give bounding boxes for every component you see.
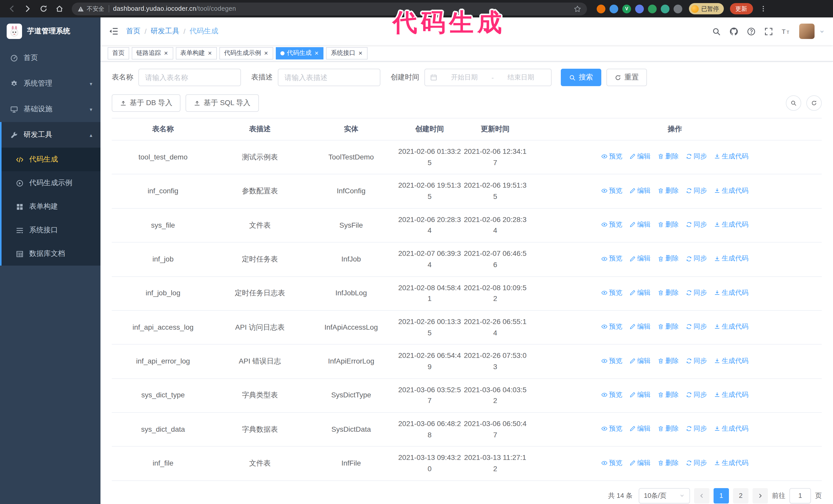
sidebar-item-home[interactable]: 首页	[0, 45, 100, 71]
sync-action-link[interactable]: 同步	[686, 458, 707, 468]
font-size-icon[interactable]: TT	[782, 27, 790, 35]
sync-action-link[interactable]: 同步	[686, 424, 707, 434]
tab-codegen-example[interactable]: 代码生成示例×	[219, 47, 273, 59]
generate-action-link[interactable]: 生成代码	[714, 254, 748, 264]
toggle-search-button[interactable]	[786, 95, 801, 111]
sync-action-link[interactable]: 同步	[686, 390, 707, 400]
browser-menu-icon[interactable]	[757, 3, 769, 15]
sidebar-toggle-icon[interactable]	[109, 27, 118, 35]
close-icon[interactable]: ×	[207, 50, 212, 56]
breadcrumb-home[interactable]: 首页	[126, 27, 140, 36]
sidebar-item-infrastructure[interactable]: 基础设施▾	[0, 96, 100, 122]
close-icon[interactable]: ×	[164, 50, 168, 56]
generate-action-link[interactable]: 生成代码	[714, 424, 748, 434]
breadcrumb-devtools[interactable]: 研发工具	[151, 27, 180, 36]
browser-home-icon[interactable]	[53, 2, 66, 16]
next-page-button[interactable]	[753, 488, 768, 503]
delete-action-link[interactable]: 删除	[658, 424, 679, 434]
generate-action-link[interactable]: 生成代码	[714, 321, 748, 332]
preview-action-link[interactable]: 预览	[601, 390, 622, 400]
browser-reload-icon[interactable]	[37, 2, 50, 16]
table-name-input[interactable]	[138, 69, 241, 86]
sync-action-link[interactable]: 同步	[686, 185, 707, 196]
preview-action-link[interactable]: 预览	[601, 185, 622, 196]
edit-action-link[interactable]: 编辑	[629, 219, 650, 230]
generate-action-link[interactable]: 生成代码	[714, 185, 748, 196]
orange-extension-icon[interactable]	[597, 4, 605, 13]
generate-action-link[interactable]: 生成代码	[714, 356, 748, 366]
browser-back-icon[interactable]	[5, 2, 19, 16]
import-db-button[interactable]: 基于 DB 导入	[112, 94, 181, 112]
preview-action-link[interactable]: 预览	[601, 151, 622, 162]
search-button[interactable]: 搜索	[561, 69, 601, 86]
generate-action-link[interactable]: 生成代码	[714, 219, 748, 230]
page-size-select[interactable]: 10条/页	[639, 488, 690, 503]
security-warning[interactable]: 不安全	[77, 5, 104, 13]
delete-action-link[interactable]: 删除	[658, 151, 679, 162]
preview-action-link[interactable]: 预览	[601, 254, 622, 264]
edit-action-link[interactable]: 编辑	[629, 356, 650, 366]
people-extension-icon[interactable]	[635, 4, 644, 13]
github-icon[interactable]	[730, 27, 738, 35]
sync-action-link[interactable]: 同步	[686, 356, 707, 366]
date-range-picker[interactable]: 开始日期 - 结束日期	[425, 69, 552, 86]
delete-action-link[interactable]: 删除	[658, 288, 679, 298]
chevron-down-icon[interactable]	[819, 28, 825, 34]
preview-action-link[interactable]: 预览	[601, 219, 622, 230]
sync-action-link[interactable]: 同步	[686, 254, 707, 264]
preview-action-link[interactable]: 预览	[601, 288, 622, 298]
tab-system-api[interactable]: 系统接口×	[326, 47, 367, 59]
table-desc-input[interactable]	[278, 69, 380, 86]
refresh-table-button[interactable]	[806, 95, 822, 111]
delete-action-link[interactable]: 删除	[658, 185, 679, 196]
edit-action-link[interactable]: 编辑	[629, 151, 650, 162]
delete-action-link[interactable]: 删除	[658, 458, 679, 468]
delete-action-link[interactable]: 删除	[658, 390, 679, 400]
preview-action-link[interactable]: 预览	[601, 356, 622, 366]
generate-action-link[interactable]: 生成代码	[714, 390, 748, 400]
close-icon[interactable]: ×	[358, 50, 363, 56]
edit-action-link[interactable]: 编辑	[629, 254, 650, 264]
sync-action-link[interactable]: 同步	[686, 219, 707, 230]
tab-form-builder[interactable]: 表单构建×	[175, 47, 217, 59]
tab-home[interactable]: 首页	[108, 47, 129, 59]
sync-action-link[interactable]: 同步	[686, 151, 707, 162]
teal-extension-icon[interactable]	[661, 4, 669, 13]
user-avatar[interactable]	[799, 24, 814, 39]
bookmark-star-icon[interactable]	[574, 5, 581, 13]
sidebar-item-db-doc[interactable]: 数据库文档	[2, 242, 100, 266]
sync-action-link[interactable]: 同步	[686, 321, 707, 332]
sidebar-item-codegen[interactable]: 代码生成	[2, 148, 100, 171]
edit-action-link[interactable]: 编辑	[629, 185, 650, 196]
delete-action-link[interactable]: 删除	[658, 356, 679, 366]
generate-action-link[interactable]: 生成代码	[714, 288, 748, 298]
prev-page-button[interactable]	[694, 488, 710, 503]
edit-action-link[interactable]: 编辑	[629, 424, 650, 434]
reset-button[interactable]: 重置	[606, 69, 647, 86]
tab-codegen[interactable]: 代码生成×	[276, 47, 324, 59]
goto-page-input[interactable]	[789, 488, 811, 503]
delete-action-link[interactable]: 删除	[658, 219, 679, 230]
help-icon[interactable]	[747, 27, 756, 35]
blue-drop-extension-icon[interactable]	[610, 4, 618, 13]
generate-action-link[interactable]: 生成代码	[714, 151, 748, 162]
delete-action-link[interactable]: 删除	[658, 321, 679, 332]
sidebar-item-dev-tools[interactable]: 研发工具▴	[2, 122, 100, 148]
close-icon[interactable]: ×	[263, 50, 268, 56]
sidebar-item-form-builder[interactable]: 表单构建	[2, 195, 100, 218]
fullscreen-icon[interactable]	[764, 27, 773, 35]
edit-action-link[interactable]: 编辑	[629, 390, 650, 400]
edit-action-link[interactable]: 编辑	[629, 321, 650, 332]
edit-action-link[interactable]: 编辑	[629, 288, 650, 298]
generate-action-link[interactable]: 生成代码	[714, 458, 748, 468]
sync-action-link[interactable]: 同步	[686, 288, 707, 298]
preview-action-link[interactable]: 预览	[601, 321, 622, 332]
search-icon[interactable]	[712, 27, 721, 35]
edit-action-link[interactable]: 编辑	[629, 458, 650, 468]
page-2-button[interactable]: 2	[733, 488, 748, 503]
tab-trace[interactable]: 链路追踪×	[132, 47, 173, 59]
address-bar[interactable]: 不安全 dashboard.yudao.iocoder.cn/tool/code…	[72, 2, 587, 15]
app-logo[interactable]: 芋道管理系统	[0, 18, 100, 45]
preview-action-link[interactable]: 预览	[601, 458, 622, 468]
sidebar-item-system-mgmt[interactable]: 系统管理▾	[0, 71, 100, 96]
